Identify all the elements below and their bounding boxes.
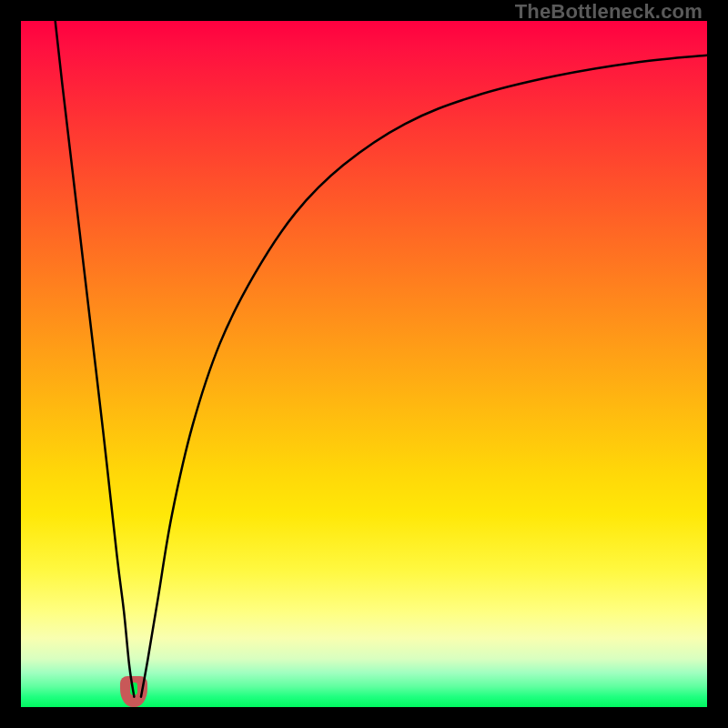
bottleneck-curve [56, 21, 707, 697]
plot-area [21, 21, 707, 707]
chart-frame: TheBottleneck.com [0, 0, 728, 728]
curve-svg [21, 21, 707, 707]
